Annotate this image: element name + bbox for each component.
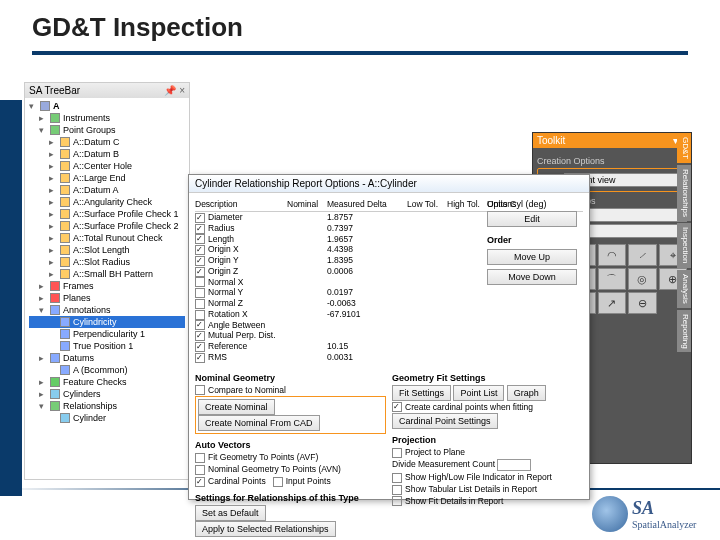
tree-point-groups[interactable]: ▾Point Groups bbox=[29, 124, 185, 136]
auto-vectors-label: Auto Vectors bbox=[195, 440, 386, 450]
graph-button[interactable]: Graph bbox=[507, 385, 546, 401]
brand-logo: SASpatialAnalyzer bbox=[592, 494, 702, 534]
compare-nominal-checkbox[interactable] bbox=[195, 385, 205, 395]
tree-datums[interactable]: ▸Datums bbox=[29, 352, 185, 364]
tree-pg-11[interactable]: ▸A::Small BH Pattern bbox=[29, 268, 185, 280]
project-plane-checkbox[interactable] bbox=[392, 448, 402, 458]
row-4-checkbox[interactable] bbox=[195, 256, 205, 266]
divide-count-input[interactable] bbox=[497, 459, 531, 471]
sidetab-2[interactable]: Inspection bbox=[677, 223, 691, 267]
grid-row-9: Rotation X-67.9101 bbox=[195, 309, 583, 320]
row-7-checkbox[interactable] bbox=[195, 288, 205, 298]
apply-selected-button[interactable]: Apply to Selected Relationships bbox=[195, 521, 336, 537]
grid-row-11: Mutual Perp. Dist. bbox=[195, 330, 583, 341]
avf-checkbox[interactable] bbox=[195, 453, 205, 463]
show-fit-checkbox[interactable] bbox=[392, 496, 402, 506]
gdt-icon-2[interactable]: ◠ bbox=[598, 244, 626, 266]
nominal-geom-label: Nominal Geometry bbox=[195, 373, 386, 383]
tree-pg-8[interactable]: ▸A::Total Runout Check bbox=[29, 232, 185, 244]
title-rule bbox=[32, 51, 688, 55]
tree-annotations[interactable]: ▾Annotations bbox=[29, 304, 185, 316]
sidetab-4[interactable]: Reporting bbox=[677, 310, 691, 353]
tree-relationships[interactable]: ▾Relationships bbox=[29, 400, 185, 412]
tree-pg-5[interactable]: ▸A::Angularity Check bbox=[29, 196, 185, 208]
pin-icon[interactable]: 📌 × bbox=[164, 85, 185, 96]
row-10-checkbox[interactable] bbox=[195, 320, 205, 330]
tree-pg-6[interactable]: ▸A::Surface Profile Check 1 bbox=[29, 208, 185, 220]
tree-ann-1[interactable]: Perpendicularity 1 bbox=[29, 328, 185, 340]
tree-a-bcommon[interactable]: A (Bcommon) bbox=[29, 364, 185, 376]
row-12-checkbox[interactable] bbox=[195, 342, 205, 352]
tree-feature-checks[interactable]: ▸Feature Checks bbox=[29, 376, 185, 388]
sidetab-3[interactable]: Analysis bbox=[677, 270, 691, 308]
units-label: Units Cyl (deg) bbox=[487, 199, 583, 209]
cardinal-settings-button[interactable]: Cardinal Point Settings bbox=[392, 413, 498, 429]
row-8-checkbox[interactable] bbox=[195, 299, 205, 309]
edit-button[interactable]: Edit bbox=[487, 211, 577, 227]
tree-ann-2[interactable]: True Position 1 bbox=[29, 340, 185, 352]
move-up-button[interactable]: Move Up bbox=[487, 249, 577, 265]
tree-pg-1[interactable]: ▸A::Datum B bbox=[29, 148, 185, 160]
gdt-icon-8[interactable]: ◎ bbox=[628, 268, 656, 290]
projection-label: Projection bbox=[392, 435, 583, 445]
toolkit-title: Toolkit▾ × bbox=[533, 133, 691, 148]
create-nominal-button[interactable]: Create Nominal bbox=[198, 399, 275, 415]
input-points-checkbox[interactable] bbox=[273, 477, 283, 487]
logo-mark-icon bbox=[592, 496, 628, 532]
avn-checkbox[interactable] bbox=[195, 465, 205, 475]
sa-treebar-panel: SA TreeBar 📌 × ▾A ▸Instruments ▾Point Gr… bbox=[24, 82, 190, 480]
create-nominal-highlight: Create Nominal Create Nominal From CAD bbox=[195, 396, 386, 434]
row-2-checkbox[interactable] bbox=[195, 234, 205, 244]
gdt-icon-13[interactable]: ⊖ bbox=[628, 292, 656, 314]
show-highlow-checkbox[interactable] bbox=[392, 473, 402, 483]
dialog-right-column: Units Cyl (deg) Edit Order Move Up Move … bbox=[487, 199, 583, 287]
point-list-button[interactable]: Point List bbox=[453, 385, 504, 401]
grid-row-13: RMS0.0031 bbox=[195, 352, 583, 363]
toolkit-side-tabs: GD&T Relationships Inspection Analysis R… bbox=[677, 133, 691, 463]
move-down-button[interactable]: Move Down bbox=[487, 269, 577, 285]
geom-fit-label: Geometry Fit Settings bbox=[392, 373, 583, 383]
tree-pg-3[interactable]: ▸A::Large End bbox=[29, 172, 185, 184]
gdt-icon-12[interactable]: ↗ bbox=[598, 292, 626, 314]
row-5-checkbox[interactable] bbox=[195, 267, 205, 277]
set-default-button[interactable]: Set as Default bbox=[195, 505, 266, 521]
slide-title: GD&T Inspection bbox=[0, 0, 720, 47]
tree-pg-4[interactable]: ▸A::Datum A bbox=[29, 184, 185, 196]
row-0-checkbox[interactable] bbox=[195, 213, 205, 223]
gdt-icon-3[interactable]: ⟋ bbox=[628, 244, 656, 266]
treebar-title: SA TreeBar 📌 × bbox=[25, 83, 189, 98]
tree-frames[interactable]: ▸Frames bbox=[29, 280, 185, 292]
row-13-checkbox[interactable] bbox=[195, 353, 205, 363]
create-nominal-cad-button[interactable]: Create Nominal From CAD bbox=[198, 415, 320, 431]
show-tabular-checkbox[interactable] bbox=[392, 485, 402, 495]
sidetab-0[interactable]: GD&T bbox=[677, 133, 691, 163]
tree-instruments[interactable]: ▸Instruments bbox=[29, 112, 185, 124]
tree-pg-9[interactable]: ▸A::Slot Length bbox=[29, 244, 185, 256]
row-1-checkbox[interactable] bbox=[195, 224, 205, 234]
tree-pg-7[interactable]: ▸A::Surface Profile Check 2 bbox=[29, 220, 185, 232]
logo-text: SASpatialAnalyzer bbox=[632, 498, 696, 530]
grid-row-12: Reference10.15 bbox=[195, 341, 583, 352]
dialog-title: Cylinder Relationship Report Options - A… bbox=[189, 175, 589, 193]
cardinal-checkbox[interactable] bbox=[195, 477, 205, 487]
row-11-checkbox[interactable] bbox=[195, 331, 205, 341]
tree-pg-2[interactable]: ▸A::Center Hole bbox=[29, 160, 185, 172]
row-6-checkbox[interactable] bbox=[195, 277, 205, 287]
fit-settings-button[interactable]: Fit Settings bbox=[392, 385, 451, 401]
sidetab-1[interactable]: Relationships bbox=[677, 165, 691, 221]
tree-planes[interactable]: ▸Planes bbox=[29, 292, 185, 304]
tree-cylinders[interactable]: ▸Cylinders bbox=[29, 388, 185, 400]
tree-pg-10[interactable]: ▸A::Slot Radius bbox=[29, 256, 185, 268]
tree-pg-0[interactable]: ▸A::Datum C bbox=[29, 136, 185, 148]
creation-options-label: Creation Options bbox=[537, 156, 687, 166]
create-cardinal-checkbox[interactable] bbox=[392, 402, 402, 412]
row-9-checkbox[interactable] bbox=[195, 310, 205, 320]
tree-ann-0[interactable]: Cylindricity bbox=[29, 316, 185, 328]
order-label: Order bbox=[487, 235, 583, 245]
row-3-checkbox[interactable] bbox=[195, 245, 205, 255]
grid-row-7: Normal Y0.0197 bbox=[195, 287, 583, 298]
tree-rel-0[interactable]: Cylinder bbox=[29, 412, 185, 424]
tree-root[interactable]: ▾A bbox=[29, 100, 185, 112]
gdt-icon-7[interactable]: ⌒ bbox=[598, 268, 626, 290]
grid-row-8: Normal Z-0.0063 bbox=[195, 298, 583, 309]
